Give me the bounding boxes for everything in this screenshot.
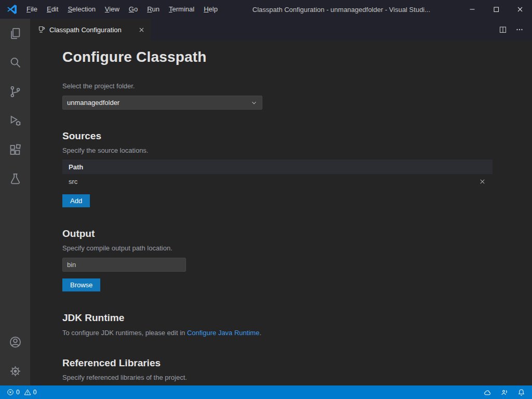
- sources-description: Specify the source locations.: [62, 147, 532, 154]
- menu-help[interactable]: Help: [199, 0, 222, 19]
- referenced-libraries-description: Specify referenced libraries of the proj…: [62, 374, 532, 381]
- source-control-icon[interactable]: [0, 77, 30, 106]
- jdk-runtime-text: To configure JDK runtimes, please edit i…: [62, 329, 532, 337]
- status-bar-right: [482, 389, 527, 396]
- problems-status[interactable]: 0 0: [5, 389, 38, 396]
- vscode-logo-icon: [6, 4, 18, 15]
- status-bar: 0 0: [0, 385, 532, 399]
- output-path-input[interactable]: [62, 258, 186, 272]
- tab-classpath-configuration[interactable]: Classpath Configuration: [30, 19, 151, 41]
- project-folder-value: unmanagedfolder: [67, 99, 119, 107]
- titlebar: File Edit Selection View Go Run Terminal…: [0, 0, 532, 19]
- bell-icon[interactable]: [516, 389, 527, 396]
- tab-bar: Classpath Configuration: [30, 19, 532, 41]
- menu-terminal[interactable]: Terminal: [164, 0, 199, 19]
- menu-file[interactable]: File: [22, 0, 42, 19]
- page-title: Configure Classpath: [62, 49, 532, 65]
- sources-table-header: Path: [62, 159, 493, 174]
- warning-count: 0: [33, 389, 37, 396]
- menu-view[interactable]: View: [100, 0, 124, 19]
- chevron-down-icon: [250, 99, 258, 107]
- configure-java-runtime-link[interactable]: Configure Java Runtime: [187, 329, 259, 337]
- classpath-configuration-page: Configure Classpath Select the project f…: [30, 41, 532, 385]
- tab-close-icon[interactable]: [138, 26, 145, 34]
- extensions-icon[interactable]: [0, 135, 30, 164]
- account-icon[interactable]: [0, 327, 30, 356]
- menu-edit[interactable]: Edit: [42, 0, 63, 19]
- tab-label: Classpath Configuration: [49, 26, 134, 34]
- maximize-button[interactable]: [484, 0, 508, 19]
- testing-icon[interactable]: [0, 164, 30, 193]
- sources-heading: Sources: [62, 130, 532, 142]
- jdk-text-before: To configure JDK runtimes, please edit i…: [62, 329, 187, 337]
- remove-source-icon[interactable]: [478, 178, 486, 185]
- close-window-button[interactable]: [508, 0, 532, 19]
- menu-run[interactable]: Run: [142, 0, 164, 19]
- window-controls: [460, 0, 532, 19]
- remote-indicator-icon[interactable]: [499, 389, 510, 396]
- jdk-runtime-heading: JDK Runtime: [62, 312, 532, 324]
- editor-actions: [499, 19, 532, 41]
- add-source-button[interactable]: Add: [62, 194, 90, 207]
- search-icon[interactable]: [0, 48, 30, 77]
- split-editor-icon[interactable]: [499, 25, 507, 34]
- activity-bar: [0, 19, 30, 385]
- source-row[interactable]: src: [62, 174, 493, 189]
- more-actions-icon[interactable]: [515, 25, 524, 34]
- menu-go[interactable]: Go: [124, 0, 142, 19]
- warning-icon: [24, 389, 31, 396]
- explorer-icon[interactable]: [0, 19, 30, 48]
- project-folder-select[interactable]: unmanagedfolder: [62, 96, 262, 110]
- sources-table: Path src: [62, 159, 493, 189]
- browse-output-button[interactable]: Browse: [62, 278, 100, 291]
- run-debug-icon[interactable]: [0, 106, 30, 135]
- window-title: Classpath Configuration - unmanagedfolde…: [222, 6, 460, 14]
- settings-gear-icon[interactable]: [0, 356, 30, 385]
- output-description: Specify compile output path location.: [62, 244, 532, 252]
- referenced-libraries-heading: Referenced Libraries: [62, 357, 532, 369]
- menu-selection[interactable]: Selection: [63, 0, 100, 19]
- classpath-tab-icon: [37, 25, 46, 34]
- output-heading: Output: [62, 228, 532, 240]
- minimize-button[interactable]: [460, 0, 484, 19]
- jdk-text-after: .: [259, 329, 261, 337]
- path-column-header: Path: [69, 163, 83, 171]
- menubar: File Edit Selection View Go Run Terminal…: [22, 0, 222, 19]
- error-count: 0: [16, 389, 20, 396]
- error-icon: [7, 389, 14, 396]
- project-folder-label: Select the project folder.: [62, 82, 532, 90]
- source-path-value: src: [69, 178, 77, 185]
- cloud-icon[interactable]: [482, 389, 493, 396]
